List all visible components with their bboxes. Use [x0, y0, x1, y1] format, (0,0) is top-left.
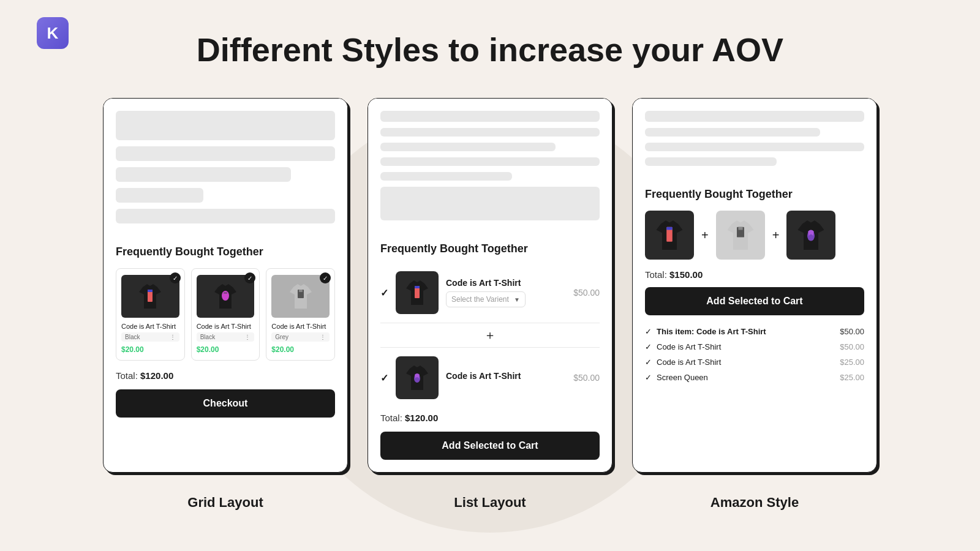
amazon-item-name-2: Code is Art T-Shirt	[657, 342, 835, 351]
amazon-item-check-1: ✓	[645, 327, 652, 336]
list-item-2: ✓ Code is Art T-Shirt $50.00	[380, 350, 600, 405]
skeleton-row	[116, 209, 335, 223]
skeleton-row	[645, 157, 777, 166]
amazon-skeleton	[633, 99, 876, 178]
grid-layout-card: Frequently Bought Together ✓ Code is Art…	[103, 98, 348, 473]
skeleton-row	[116, 188, 203, 203]
grid-checkout-button[interactable]: Checkout	[116, 389, 335, 418]
grid-variant-3[interactable]: Grey⋮	[271, 332, 330, 342]
svg-rect-7	[415, 286, 420, 288]
list-img-2	[396, 356, 439, 399]
skeleton-row	[645, 111, 864, 122]
skeleton-row	[380, 157, 600, 166]
amazon-item-name-3: Code is Art T-Shirt	[657, 358, 835, 367]
grid-check-1: ✓	[170, 272, 181, 283]
list-check-2: ✓	[380, 372, 388, 384]
skeleton-row	[116, 146, 335, 161]
skeleton-row	[645, 143, 864, 151]
grid-section-title: Frequently Bought Together	[116, 246, 335, 258]
amazon-item-name-1: This item: Code is Art T-Shirt	[657, 327, 835, 336]
list-check-1: ✓	[380, 287, 388, 299]
amazon-item-price-4: $25.00	[840, 373, 864, 382]
amazon-item-row-4: ✓ Screen Queen $25.00	[645, 370, 864, 385]
grid-variant-1[interactable]: Black⋮	[121, 332, 179, 342]
amazon-add-cart-button[interactable]: Add Selected to Cart	[645, 287, 864, 315]
amazon-items-list: ✓ This item: Code is Art T-Shirt $50.00 …	[645, 324, 864, 385]
grid-price-2: $20.00	[197, 345, 255, 354]
amazon-plus-2: +	[770, 228, 782, 242]
list-skeleton	[368, 99, 612, 233]
svg-rect-12	[738, 227, 742, 230]
amazon-item-check-4: ✓	[645, 373, 652, 382]
grid-total: Total: $120.00	[116, 370, 335, 381]
list-item-1: ✓ Code is Art T-Shirt Select the Varient…	[380, 265, 600, 320]
list-layout-card: Frequently Bought Together ✓ Code is Art…	[368, 98, 612, 473]
amazon-card-content: Frequently Bought Together +	[633, 178, 876, 397]
skeleton-row	[380, 143, 556, 151]
grid-price-3: $20.00	[271, 345, 330, 354]
grid-product-1: ✓ Code is Art T-Shirt Black⋮ $20.00	[116, 268, 185, 361]
svg-rect-1	[148, 290, 153, 292]
svg-rect-5	[299, 290, 303, 292]
grid-skeleton	[104, 99, 347, 236]
amazon-item-row-2: ✓ Code is Art T-Shirt $50.00	[645, 339, 864, 354]
amazon-products-row: + +	[645, 211, 864, 260]
amazon-product-img-2	[716, 211, 765, 260]
skeleton-row	[645, 128, 820, 137]
list-price-1: $50.00	[573, 288, 600, 298]
list-add-cart-button[interactable]: Add Selected to Cart	[380, 432, 600, 460]
list-variant-select-1[interactable]: Select the Varient ▼	[446, 291, 526, 307]
amazon-style-card: Frequently Bought Together +	[632, 98, 877, 473]
skeleton-row	[116, 167, 291, 182]
list-info-2: Code is Art T-Shirt	[446, 371, 566, 384]
amazon-product-img-3	[786, 211, 835, 260]
amazon-item-price-2: $50.00	[840, 342, 864, 351]
list-product-name-1: Code is Art T-Shirt	[446, 278, 566, 288]
layout-labels: Grid Layout List Layout Amazon Style	[0, 485, 980, 511]
list-info-1: Code is Art T-Shirt Select the Varient ▼	[446, 278, 566, 307]
amazon-section-title: Frequently Bought Together	[645, 188, 864, 201]
svg-rect-3	[224, 292, 227, 294]
amazon-item-price-3: $25.00	[840, 358, 864, 367]
grid-check-3: ✓	[320, 272, 331, 283]
grid-product-name-2: Code is Art T-Shirt	[197, 323, 255, 330]
grid-products: ✓ Code is Art T-Shirt Black⋮ $20.00	[116, 268, 335, 361]
amazon-layout-label: Amazon Style	[632, 495, 877, 511]
grid-variant-2[interactable]: Black⋮	[197, 332, 255, 342]
grid-product-name-1: Code is Art T-Shirt	[121, 323, 179, 330]
list-total: Total: $120.00	[380, 413, 600, 423]
amazon-item-row-1: ✓ This item: Code is Art T-Shirt $50.00	[645, 324, 864, 339]
list-divider	[380, 323, 600, 323]
skeleton-row	[380, 172, 512, 181]
amazon-item-name-4: Screen Queen	[657, 373, 835, 382]
list-layout-label: List Layout	[368, 495, 612, 511]
amazon-plus-1: +	[699, 228, 711, 242]
svg-rect-10	[666, 227, 673, 230]
amazon-item-check-2: ✓	[645, 342, 652, 351]
amazon-item-check-3: ✓	[645, 358, 652, 367]
grid-product-3: ✓ Code is Art T-Shirt Grey⋮ $20.00	[266, 268, 335, 361]
list-price-2: $50.00	[573, 373, 600, 383]
skeleton-row	[380, 128, 600, 137]
skeleton-row	[116, 111, 335, 140]
page-title: Different Styles to increase your AOV	[0, 0, 980, 69]
amazon-item-price-1: $50.00	[840, 327, 864, 336]
grid-product-name-3: Code is Art T-Shirt	[271, 323, 330, 330]
grid-price-1: $20.00	[121, 345, 179, 354]
list-plus-icon: ＋	[380, 326, 600, 345]
grid-product-2: ✓ Code is Art T-Shirt Black⋮ $20.00	[191, 268, 260, 361]
list-divider	[380, 347, 600, 348]
list-section-title: Frequently Bought Together	[380, 242, 600, 255]
grid-card-content: Frequently Bought Together ✓ Code is Art…	[104, 236, 347, 430]
amazon-product-img-1	[645, 211, 694, 260]
list-img-1	[396, 271, 439, 314]
skeleton-row	[380, 111, 600, 122]
list-card-content: Frequently Bought Together ✓ Code is Art…	[368, 233, 612, 472]
skeleton-row	[380, 187, 600, 220]
cards-container: Frequently Bought Together ✓ Code is Art…	[0, 69, 980, 485]
grid-layout-label: Grid Layout	[103, 495, 348, 511]
amazon-item-row-3: ✓ Code is Art T-Shirt $25.00	[645, 354, 864, 370]
list-product-name-2: Code is Art T-Shirt	[446, 371, 566, 381]
amazon-total: Total: $150.00	[645, 269, 864, 280]
